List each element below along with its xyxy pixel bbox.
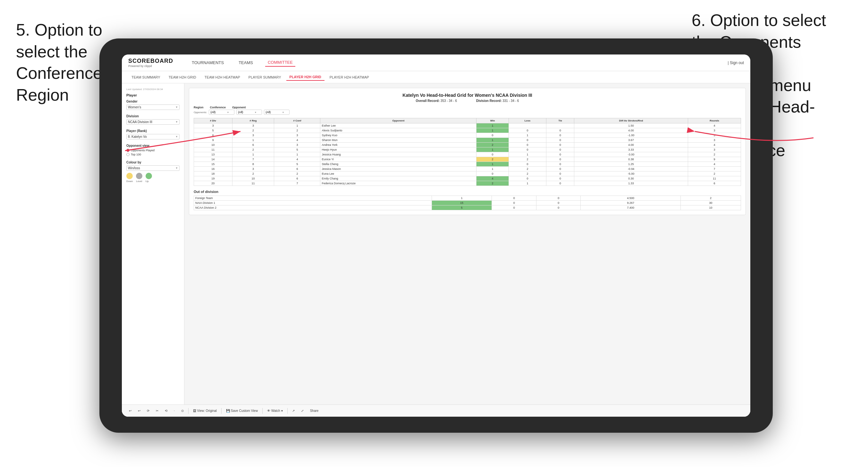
- opponent-played-radio[interactable]: Opponents Played: [126, 149, 180, 152]
- radio-dot-played: [126, 149, 129, 152]
- cell-conf: 6: [274, 167, 320, 172]
- cell-name: Emily Chang: [320, 176, 476, 181]
- cell-reg: 1: [232, 138, 274, 143]
- top100-radio[interactable]: Top 100: [126, 153, 180, 156]
- table-row: 15 8 5 Stella Cheng 1 0 0 1.25 4: [194, 162, 741, 167]
- cell-conf: 7: [274, 181, 320, 186]
- cell-reg: 10: [232, 176, 274, 181]
- toolbar-save-custom[interactable]: 💾 Save Custom View: [224, 408, 260, 413]
- cell-out-rounds: 30: [681, 200, 741, 206]
- division-select[interactable]: NCAA Division III: [126, 119, 180, 125]
- cell-rounds: 4: [688, 143, 741, 148]
- nav-committee[interactable]: COMMITTEE: [265, 59, 295, 67]
- nav-tournaments[interactable]: TOURNAMENTS: [189, 59, 226, 66]
- cell-div: 18: [194, 172, 232, 176]
- cell-reg: 2: [232, 172, 274, 176]
- cell-win: 2: [476, 143, 508, 148]
- logo-text: SCOREBOARD: [128, 58, 173, 64]
- cell-diff: 1.33: [574, 181, 688, 186]
- cell-div: 15: [194, 162, 232, 167]
- cell-diff: 3.67: [574, 138, 688, 143]
- cell-loss: 0: [508, 138, 547, 143]
- cell-div: 11: [194, 148, 232, 152]
- cell-rounds: 3: [688, 148, 741, 152]
- toolbar-export[interactable]: ↗: [290, 408, 297, 413]
- division-label: Division: [126, 115, 180, 118]
- toolbar-watch[interactable]: 👁 Watch ▾: [265, 408, 285, 413]
- cell-out-diff: 7.400: [581, 206, 681, 210]
- cell-out-tie: 0: [536, 206, 581, 210]
- cell-win: 1: [476, 138, 508, 143]
- player-rank-select[interactable]: 8. Katelyn Vo: [126, 134, 180, 139]
- top100-label: Top 100: [131, 153, 141, 156]
- cell-rounds: 2: [688, 172, 741, 176]
- table-row: 5 2 2 Alexis Sudjianto 1 0 0 4.00 3: [194, 128, 741, 133]
- cell-name: Jessica Huang: [320, 152, 476, 157]
- colour-select[interactable]: Win/loss: [126, 165, 180, 171]
- cell-div: 13: [194, 152, 232, 157]
- th-conf: # Conf: [274, 118, 320, 123]
- cell-win: 0: [476, 172, 508, 176]
- sign-out[interactable]: | Sign out: [728, 61, 744, 65]
- radio-dot-top100: [126, 153, 129, 156]
- cell-name: Sydney Kuo: [320, 133, 476, 138]
- bottom-toolbar: ↩ ↩ ⟳ ✂ ⟲ · ⊙ 🖼 View: Original 💾 Save Cu…: [184, 405, 750, 417]
- th-reg: # Reg: [232, 118, 274, 123]
- cell-diff: 0.30: [574, 176, 688, 181]
- th-loss: Loss: [508, 118, 547, 123]
- subnav-team-h2h-heatmap[interactable]: TEAM H2H HEATMAP: [202, 74, 243, 81]
- cell-reg: 2: [232, 148, 274, 152]
- cell-div: 5: [194, 128, 232, 133]
- cell-reg: 3: [232, 133, 274, 138]
- region-filter-group: Region Conference Opponent Oppone: [194, 106, 289, 115]
- cell-name: Sharon Mun: [320, 138, 476, 143]
- toolbar-share[interactable]: Share: [308, 408, 321, 413]
- cell-name: Andrea York: [320, 143, 476, 148]
- gender-select[interactable]: Women's: [126, 104, 180, 110]
- cell-win: 0: [476, 133, 508, 138]
- cell-win: 1: [476, 162, 508, 167]
- cell-tie: 0: [547, 138, 574, 143]
- cell-loss: 0: [508, 176, 547, 181]
- subnav-team-summary[interactable]: TEAM SUMMARY: [128, 74, 163, 81]
- cell-reg: 3: [232, 123, 274, 128]
- division-record-label: Division Record:: [476, 99, 501, 102]
- cell-reg: 1: [232, 152, 274, 157]
- toolbar-target[interactable]: ⊙: [184, 408, 186, 413]
- cell-win: 1: [476, 167, 508, 172]
- cell-out-win: 5: [432, 206, 492, 210]
- cell-rounds: 3: [688, 133, 741, 138]
- label-up: Up: [146, 180, 149, 183]
- opponent-played-label: Opponents Played: [131, 149, 155, 152]
- table-row: 3 3 1 Esther Lee 1 1.50 4: [194, 123, 741, 128]
- out-of-division-row: Foreign Team 1 0 0 4.500 2: [194, 196, 741, 200]
- subnav-player-summary[interactable]: PLAYER SUMMARY: [245, 74, 284, 81]
- cell-out-loss: 0: [492, 206, 536, 210]
- cell-div: 9: [194, 138, 232, 143]
- subnav-team-h2h-grid[interactable]: TEAM H2H GRID: [165, 74, 199, 81]
- opponent-select[interactable]: (All): [264, 110, 289, 115]
- table-header-row: # Div # Reg # Conf Opponent Win Loss Tie…: [194, 118, 741, 123]
- cell-loss: 0: [508, 148, 547, 152]
- cell-tie: 0: [547, 148, 574, 152]
- th-win: Win: [476, 118, 508, 123]
- opponent-view-section: Opponent view Opponents Played Top 100: [126, 144, 180, 156]
- overall-record-value: 353 - 34 - 6: [441, 99, 457, 102]
- cell-div: 20: [194, 181, 232, 186]
- cell-loss: 2: [508, 167, 547, 172]
- table-body: 3 3 1 Esther Lee 1 1.50 4 5 2 2 Alexis S…: [194, 123, 741, 186]
- nav-teams[interactable]: TEAMS: [236, 59, 255, 66]
- subnav-player-h2h-heatmap[interactable]: PLAYER H2H HEATMAP: [327, 74, 372, 81]
- region-select[interactable]: (All): [209, 110, 235, 115]
- colour-label: Colour by: [126, 161, 180, 164]
- cell-out-name: Foreign Team: [194, 196, 432, 200]
- toolbar-divider1: [188, 408, 189, 414]
- subnav-player-h2h-grid[interactable]: PLAYER H2H GRID: [286, 74, 324, 81]
- cell-rounds: 4: [688, 123, 741, 128]
- cell-diff: 4.00: [574, 128, 688, 133]
- opponent-label: Opponent: [232, 106, 246, 109]
- toolbar-fullscreen[interactable]: ⤢: [299, 408, 306, 413]
- cell-out-diff: 9.267: [581, 200, 681, 206]
- toolbar-view-original[interactable]: 🖼 View: Original: [191, 408, 219, 413]
- conference-select[interactable]: (All): [236, 110, 262, 115]
